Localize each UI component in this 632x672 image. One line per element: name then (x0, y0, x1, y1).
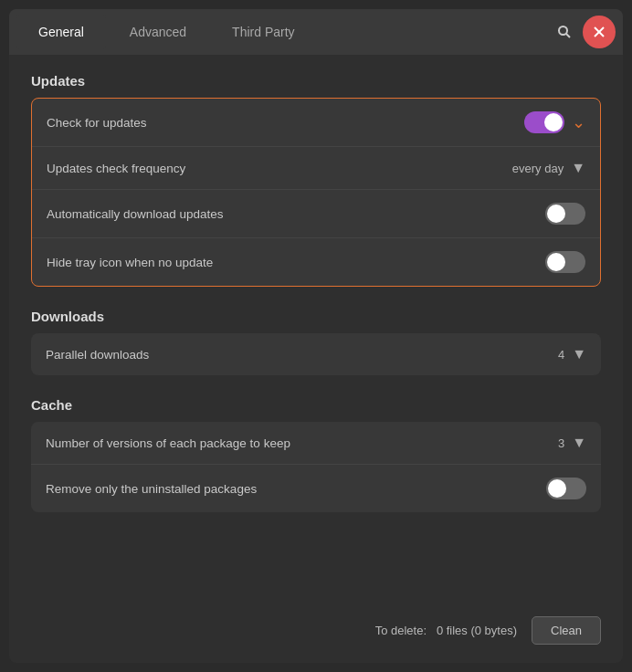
updates-section: Updates Check for updates ⌄ Updates c (31, 73, 601, 287)
clean-button[interactable]: Clean (532, 616, 601, 645)
hide-tray-track (545, 251, 585, 273)
check-updates-track (524, 111, 564, 133)
settings-window: General Advanced Third Party Updates Che… (9, 9, 623, 663)
downloads-section: Downloads Parallel downloads 4 ▼ (31, 309, 601, 375)
auto-download-track (545, 203, 585, 225)
remove-uninstalled-toggle[interactable] (546, 478, 586, 499)
files-info: 0 files (0 bytes) (437, 624, 517, 637)
delete-info: To delete: 0 files (0 bytes) (375, 624, 517, 637)
downloads-title: Downloads (31, 309, 601, 324)
tab-advanced[interactable]: Advanced (108, 15, 208, 49)
cache-section: Cache Number of versions of each package… (31, 397, 601, 512)
cache-title: Cache (31, 397, 601, 413)
check-frequency-arrow[interactable]: ▼ (571, 160, 585, 176)
auto-download-label: Automatically download updates (47, 207, 545, 221)
downloads-card: Parallel downloads 4 ▼ (31, 333, 601, 375)
versions-keep-control: 3 ▼ (558, 435, 586, 451)
search-button[interactable] (548, 16, 581, 48)
parallel-downloads-arrow[interactable]: ▼ (572, 346, 586, 362)
auto-download-knob (547, 205, 565, 223)
hide-tray-row: Hide tray icon when no update (32, 238, 600, 286)
remove-uninstalled-track (546, 478, 586, 499)
svg-point-0 (559, 26, 567, 35)
updates-card: Check for updates ⌄ Updates check freque… (31, 98, 601, 287)
updates-title: Updates (31, 73, 601, 89)
versions-keep-value: 3 (558, 436, 564, 450)
check-frequency-row: Updates check frequency every day ▼ (32, 147, 600, 190)
hide-tray-toggle[interactable] (545, 251, 585, 273)
check-updates-knob (544, 113, 563, 131)
check-updates-control: ⌄ (524, 111, 585, 133)
check-updates-chevron[interactable]: ⌄ (572, 112, 585, 132)
versions-keep-label: Number of versions of each package to ke… (46, 436, 558, 450)
remove-uninstalled-knob (548, 479, 566, 498)
parallel-downloads-value: 4 (558, 348, 564, 362)
remove-uninstalled-label: Remove only the uninstalled packages (46, 482, 546, 496)
remove-uninstalled-row: Remove only the uninstalled packages (31, 465, 601, 512)
hide-tray-label: Hide tray icon when no update (47, 256, 545, 269)
svg-line-1 (566, 34, 570, 37)
check-updates-toggle[interactable] (524, 111, 564, 133)
check-updates-row: Check for updates ⌄ (32, 99, 600, 147)
titlebar: General Advanced Third Party (9, 9, 623, 55)
versions-keep-row: Number of versions of each package to ke… (31, 422, 601, 465)
cache-card: Number of versions of each package to ke… (31, 422, 601, 512)
remove-uninstalled-control (546, 478, 586, 499)
check-updates-label: Check for updates (47, 116, 524, 130)
hide-tray-knob (547, 253, 565, 271)
delete-label: To delete: (375, 624, 427, 637)
close-button[interactable] (583, 16, 616, 48)
parallel-downloads-row: Parallel downloads 4 ▼ (31, 333, 601, 375)
tab-third-party[interactable]: Third Party (210, 15, 316, 49)
versions-keep-arrow[interactable]: ▼ (572, 435, 586, 451)
auto-download-toggle[interactable] (545, 203, 585, 225)
tab-general[interactable]: General (16, 15, 106, 49)
search-icon (557, 25, 572, 39)
close-icon (594, 26, 605, 37)
check-frequency-value: every day (512, 162, 564, 175)
main-content: Updates Check for updates ⌄ Updates c (9, 55, 623, 605)
footer: To delete: 0 files (0 bytes) Clean (9, 605, 623, 663)
check-frequency-label: Updates check frequency (47, 162, 512, 175)
auto-download-control (545, 203, 585, 225)
parallel-downloads-control: 4 ▼ (558, 346, 586, 362)
auto-download-row: Automatically download updates (32, 190, 600, 238)
parallel-downloads-label: Parallel downloads (46, 348, 558, 362)
hide-tray-control (545, 251, 585, 273)
check-frequency-control: every day ▼ (512, 160, 585, 176)
